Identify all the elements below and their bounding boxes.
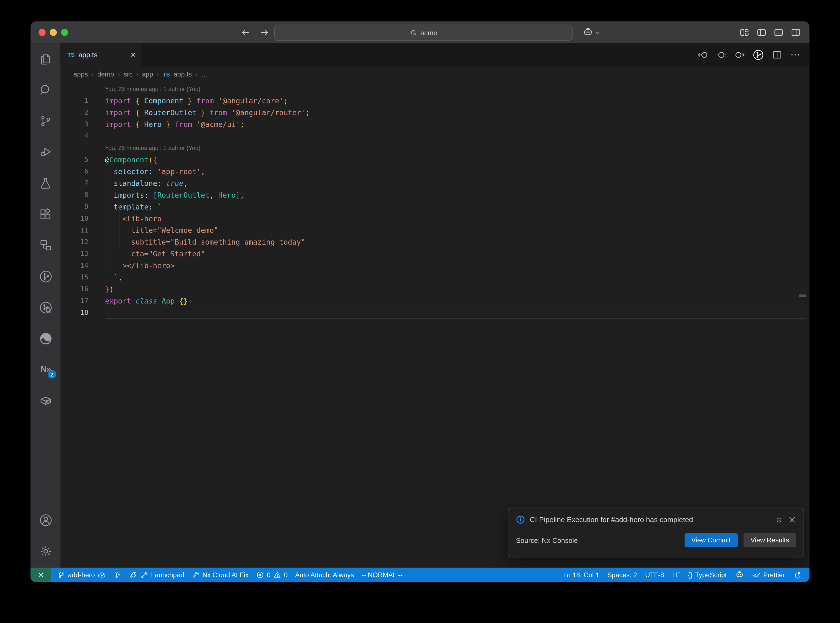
- code-line[interactable]: 7 standalone: true,: [61, 177, 809, 189]
- more-actions-icon[interactable]: [789, 49, 801, 60]
- auto-attach-status[interactable]: Auto Attach: Always: [295, 571, 354, 578]
- code-line[interactable]: 15 `,: [61, 272, 809, 283]
- maximize-window-button[interactable]: [61, 29, 68, 35]
- notification-toast: CI Pipeline Execution for #add-hero has …: [508, 508, 804, 557]
- tab-bar: TS app.ts ✕: [61, 43, 809, 66]
- code-line[interactable]: 18: [61, 307, 809, 319]
- indentation-status[interactable]: Spaces: 2: [607, 571, 637, 578]
- typescript-file-icon: TS: [68, 51, 75, 58]
- screen: acme: [0, 0, 840, 623]
- git-branch-status[interactable]: add-hero: [57, 571, 106, 579]
- encoding-status[interactable]: UTF-8: [645, 571, 664, 578]
- chevron-right-icon: ›: [92, 71, 94, 78]
- problems-status[interactable]: 0 0: [256, 571, 288, 579]
- indent-guide: [119, 201, 120, 248]
- breadcrumb-item[interactable]: apps: [74, 71, 88, 78]
- git-commit-status-icon[interactable]: [114, 571, 121, 579]
- explorer-icon[interactable]: [31, 43, 60, 74]
- container-tools-icon[interactable]: [31, 385, 60, 416]
- nx-cloud-ai-fix-status[interactable]: Nx Cloud AI Fix: [192, 571, 249, 579]
- toggle-secondary-sidebar-icon[interactable]: [791, 28, 801, 38]
- nav-forward-icon[interactable]: [734, 49, 745, 60]
- copilot-icon: [582, 27, 594, 38]
- cursor-position-status[interactable]: Ln 18, Col 1: [563, 571, 599, 578]
- language-mode-status[interactable]: {} TypeScript: [688, 571, 727, 578]
- code-line[interactable]: 14 ></lib-hero>: [61, 260, 809, 272]
- code-line[interactable]: 17export class App {}: [61, 295, 809, 307]
- view-commit-button[interactable]: View Commit: [685, 533, 738, 547]
- code-line[interactable]: 11 title="Welcmoe demo": [61, 224, 809, 236]
- notifications-bell-icon[interactable]: [793, 571, 801, 579]
- split-editor-icon[interactable]: [771, 49, 783, 60]
- overview-ruler-marker: [799, 295, 806, 297]
- breadcrumb-item[interactable]: app.ts: [174, 71, 192, 78]
- copilot-status-icon[interactable]: [735, 570, 744, 579]
- history-forward-icon[interactable]: [260, 28, 269, 37]
- braces-icon: {}: [688, 571, 693, 578]
- breadcrumb-item[interactable]: app: [142, 71, 154, 78]
- close-window-button[interactable]: [39, 29, 45, 35]
- search-icon: [410, 29, 417, 36]
- git-blame-annotation: You, 26 minutes ago | 1 author (You): [88, 83, 200, 95]
- typescript-file-icon: TS: [163, 71, 170, 78]
- code-line[interactable]: 12 subtitle="Build something amazing tod…: [61, 236, 809, 248]
- code-line[interactable]: 16}): [61, 283, 809, 295]
- nx-project-graph-icon[interactable]: [752, 49, 765, 61]
- code-line[interactable]: 13 cta="Get Started": [61, 248, 809, 260]
- code-line[interactable]: 2import { RouterOutlet } from '@angular/…: [61, 107, 809, 118]
- code-line[interactable]: 5@Component({: [61, 153, 809, 165]
- chevron-down-icon: [595, 30, 601, 35]
- code-line[interactable]: 9 template: `: [61, 201, 809, 213]
- code-line[interactable]: 3import { Hero } from '@acme/ui';: [61, 118, 809, 130]
- tab-close-icon[interactable]: ✕: [130, 51, 136, 59]
- project-graph-icon[interactable]: [31, 261, 60, 292]
- project-graph-search-icon[interactable]: [31, 292, 60, 323]
- remote-indicator[interactable]: [31, 568, 51, 582]
- toggle-primary-sidebar-icon[interactable]: [756, 28, 766, 38]
- nav-current-icon[interactable]: [716, 49, 727, 60]
- prettier-status[interactable]: Prettier: [752, 571, 785, 579]
- chevron-right-icon: ›: [196, 71, 198, 78]
- nav-back-icon[interactable]: [698, 49, 709, 60]
- copilot-menu[interactable]: [582, 21, 600, 43]
- account-icon[interactable]: [31, 505, 60, 536]
- rocket-icon: [129, 571, 138, 579]
- minimize-window-button[interactable]: [50, 29, 57, 35]
- status-bar: add-hero Launchpad Nx Cloud AI Fix: [31, 568, 809, 582]
- launchpad-status[interactable]: Launchpad: [129, 571, 184, 579]
- breadcrumb-item[interactable]: …: [201, 71, 208, 78]
- breadcrumb-item[interactable]: src: [124, 71, 133, 78]
- notification-settings-gear-icon[interactable]: [775, 516, 783, 524]
- code-line[interactable]: 1import { Component } from '@angular/cor…: [61, 95, 809, 107]
- toggle-panel-icon[interactable]: [774, 28, 784, 38]
- view-results-button[interactable]: View Results: [743, 533, 796, 547]
- code-line[interactable]: 6 selector: 'app-root',: [61, 165, 809, 177]
- vim-mode-status[interactable]: -- NORMAL --: [362, 571, 403, 578]
- vscode-window: acme: [31, 21, 809, 582]
- code-line[interactable]: You, 26 minutes ago | 1 author (You): [61, 83, 809, 95]
- settings-gear-icon[interactable]: [31, 536, 60, 566]
- notification-close-icon[interactable]: [788, 516, 796, 524]
- code-line[interactable]: 8 imports: [RouterOutlet, Hero],: [61, 189, 809, 201]
- run-debug-icon[interactable]: [31, 137, 60, 167]
- extensions-icon[interactable]: [31, 198, 60, 230]
- code-line[interactable]: 4: [61, 130, 809, 142]
- command-center-search[interactable]: acme: [274, 25, 573, 41]
- breadcrumb-item[interactable]: demo: [97, 71, 114, 78]
- traffic-lights: [39, 29, 68, 35]
- source-control-icon[interactable]: [31, 106, 60, 137]
- nx-console-icon[interactable]: N» 2: [31, 354, 60, 385]
- code-line[interactable]: You, 26 minutes ago | 1 author (You): [61, 142, 809, 153]
- code-editor[interactable]: You, 26 minutes ago | 1 author (You)1imp…: [61, 83, 809, 568]
- related-boxes-icon[interactable]: [31, 230, 60, 261]
- customize-layout-icon[interactable]: [739, 28, 749, 38]
- tab-label: app.ts: [78, 51, 97, 59]
- tab-app-ts[interactable]: TS app.ts ✕: [61, 43, 141, 66]
- search-view-icon[interactable]: [31, 74, 60, 105]
- testing-icon[interactable]: [31, 167, 60, 198]
- code-line[interactable]: 10 <lib-hero: [61, 213, 809, 224]
- eol-status[interactable]: LF: [672, 571, 680, 578]
- warning-icon: [273, 571, 281, 579]
- history-back-icon[interactable]: [241, 28, 250, 37]
- edge-devtools-icon[interactable]: [31, 323, 60, 354]
